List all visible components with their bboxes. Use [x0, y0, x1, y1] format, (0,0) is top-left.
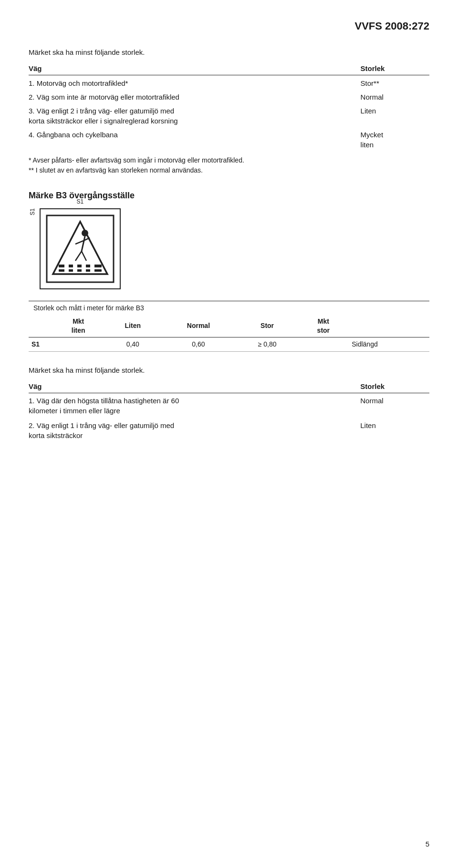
measurements-section: Storlek och mått i meter för märke B3 Mk…: [29, 301, 429, 352]
row4-size: Mycketliten: [351, 128, 429, 152]
row-s1-mkt-stor: [299, 337, 348, 352]
svg-rect-17: [90, 269, 94, 272]
row2-size: Normal: [351, 90, 429, 104]
table-row: 4. Gångbana och cykelbana Mycketliten: [29, 128, 429, 152]
svg-point-2: [82, 230, 88, 236]
col-mkt-liten-header: Mktliten: [52, 316, 104, 337]
sign-box: [40, 208, 121, 289]
row3-size: Liten: [351, 104, 429, 128]
row-s1-stor: ≥ 0,80: [236, 337, 299, 352]
footnote-block: * Avser påfarts- eller avfartsväg som in…: [29, 155, 429, 175]
svg-rect-13: [90, 265, 94, 267]
svg-rect-10: [64, 265, 69, 267]
svg-rect-15: [73, 269, 77, 272]
second-table-col1-header: Väg: [29, 380, 351, 393]
second-table-col2-header: Storlek: [351, 380, 429, 393]
page-number: 5: [426, 839, 429, 849]
s1-left-label: S1: [29, 208, 37, 225]
table-row: 2. Väg som inte är motorväg eller motort…: [29, 90, 429, 104]
row4-description: 4. Gångbana och cykelbana: [29, 128, 351, 152]
first-size-table: Väg Storlek 1. Motorväg och motortrafikl…: [29, 62, 429, 152]
col-sidlangd-header: [348, 316, 429, 337]
svg-rect-16: [82, 269, 86, 272]
second-intro: Märket ska ha minst följande storlek.: [29, 365, 429, 375]
footnote-2: ** I slutet av en avfartsväg kan storlek…: [29, 165, 429, 175]
row-s1-normal: 0,60: [161, 337, 236, 352]
second-row2-description: 2. Väg enligt 1 i trång väg- eller gatum…: [29, 418, 351, 443]
footnote-1: * Avser påfarts- eller avfartsväg som in…: [29, 155, 429, 165]
first-table-col1-header: Väg: [29, 62, 351, 75]
doc-title: VVFS 2008:272: [354, 19, 429, 34]
table-row: 2. Väg enligt 1 i trång väg- eller gatum…: [29, 418, 429, 443]
svg-rect-12: [82, 265, 86, 267]
row-s1-sidlangd: Sidlängd: [348, 337, 429, 352]
col-empty: [29, 316, 52, 337]
col-mkt-stor-header: Mktstor: [299, 316, 348, 337]
row1-description: 1. Motorväg och motortrafikled*: [29, 75, 351, 90]
second-size-table: Väg Storlek 1. Väg där den högsta tillåt…: [29, 380, 429, 443]
col-normal-header: Normal: [161, 316, 236, 337]
svg-rect-14: [64, 269, 69, 272]
row1-size: Stor**: [351, 75, 429, 90]
col-liten-header: Liten: [104, 316, 161, 337]
row3-description: 3. Väg enligt 2 i trång väg- eller gatum…: [29, 104, 351, 128]
row-s1-label: S1: [29, 337, 52, 352]
second-row1-size: Normal: [351, 393, 429, 419]
first-intro: Märket ska ha minst följande storlek.: [29, 47, 429, 57]
col-stor-header: Stor: [236, 316, 299, 337]
table-row: 3. Väg enligt 2 i trång väg- eller gatum…: [29, 104, 429, 128]
pedestrian-sign-svg: [44, 213, 116, 285]
measurements-data-row: S1 0,40 0,60 ≥ 0,80 Sidlängd: [29, 337, 429, 352]
svg-rect-11: [73, 265, 77, 267]
table-row: 1. Motorväg och motortrafikled* Stor**: [29, 75, 429, 90]
table-row: 1. Väg där den högsta tillåtna hastighet…: [29, 393, 429, 419]
first-table-col2-header: Storlek: [351, 62, 429, 75]
svg-rect-0: [47, 215, 114, 282]
second-row1-description: 1. Väg där den högsta tillåtna hastighet…: [29, 393, 351, 419]
measurements-title-row: Storlek och mått i meter för märke B3: [29, 301, 429, 315]
measurements-title: Storlek och mått i meter för märke B3: [29, 301, 429, 315]
row2-description: 2. Väg som inte är motorväg eller motort…: [29, 90, 351, 104]
measurements-header-row: Mktliten Liten Normal Stor Mktstor: [29, 316, 429, 337]
row-s1-liten: 0,40: [104, 337, 161, 352]
row-s1-mkt-liten: [52, 337, 104, 352]
page-header: VVFS 2008:272: [29, 19, 429, 34]
sign-diagram: S1 S1 ◄──────────►: [29, 208, 429, 289]
second-row2-size: Liten: [351, 418, 429, 443]
measurements-table: Storlek och mått i meter för märke B3 Mk…: [29, 301, 429, 352]
